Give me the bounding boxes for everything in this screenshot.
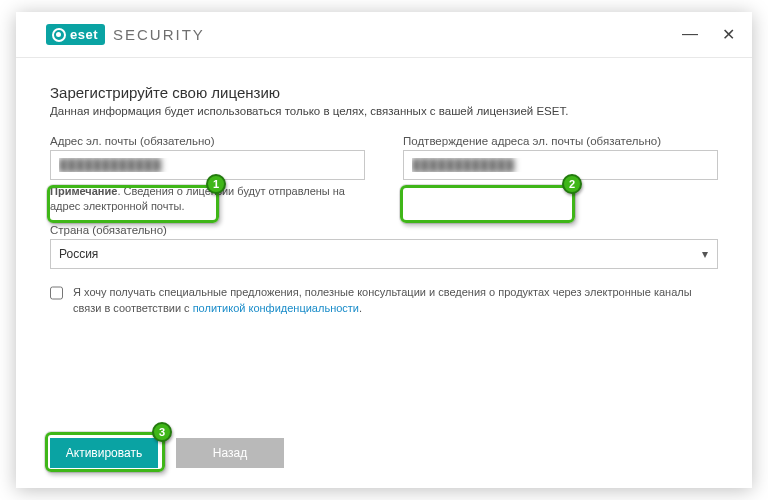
page-subtitle: Данная информация будет использоваться т… [50,105,718,117]
title-bar: eset SECURITY — ✕ [16,12,752,58]
email-row: Адрес эл. почты (обязательно) Примечание… [50,135,718,214]
footer-buttons: Активировать Назад [16,438,752,488]
country-row: Страна (обязательно) ▾ [50,224,718,269]
email-confirm-field-group: Подтверждение адреса эл. почты (обязател… [403,135,718,214]
consent-label: Я хочу получать специальные предложения,… [73,285,718,317]
activate-button[interactable]: Активировать [50,438,158,468]
email-note: Примечание. Сведения о лицензии будут от… [50,184,365,214]
close-button[interactable]: ✕ [720,25,736,44]
brand-logo-icon [52,28,66,42]
brand-logo: eset [46,24,105,45]
email-input[interactable] [50,150,365,180]
consent-text-after: . [359,302,362,314]
note-prefix: Примечание [50,185,117,197]
country-field-group: Страна (обязательно) ▾ [50,224,718,269]
country-label: Страна (обязательно) [50,224,718,236]
consent-text-before: Я хочу получать специальные предложения,… [73,286,692,314]
country-select-wrap: ▾ [50,239,718,269]
email-label: Адрес эл. почты (обязательно) [50,135,365,147]
window-controls: — ✕ [682,25,736,44]
email-confirm-label: Подтверждение адреса эл. почты (обязател… [403,135,718,147]
content-area: Зарегистрируйте свою лицензию Данная инф… [16,58,752,438]
minimize-button[interactable]: — [682,25,698,44]
brand-logo-text: eset [70,27,98,42]
app-window: eset SECURITY — ✕ Зарегистрируйте свою л… [16,12,752,488]
email-confirm-input[interactable] [403,150,718,180]
email-field-group: Адрес эл. почты (обязательно) Примечание… [50,135,365,214]
consent-row: Я хочу получать специальные предложения,… [50,285,718,317]
privacy-policy-link[interactable]: политикой конфиденциальности [193,302,359,314]
product-name: SECURITY [113,26,205,43]
consent-checkbox[interactable] [50,286,63,300]
page-title: Зарегистрируйте свою лицензию [50,84,718,101]
country-select[interactable] [50,239,718,269]
back-button[interactable]: Назад [176,438,284,468]
